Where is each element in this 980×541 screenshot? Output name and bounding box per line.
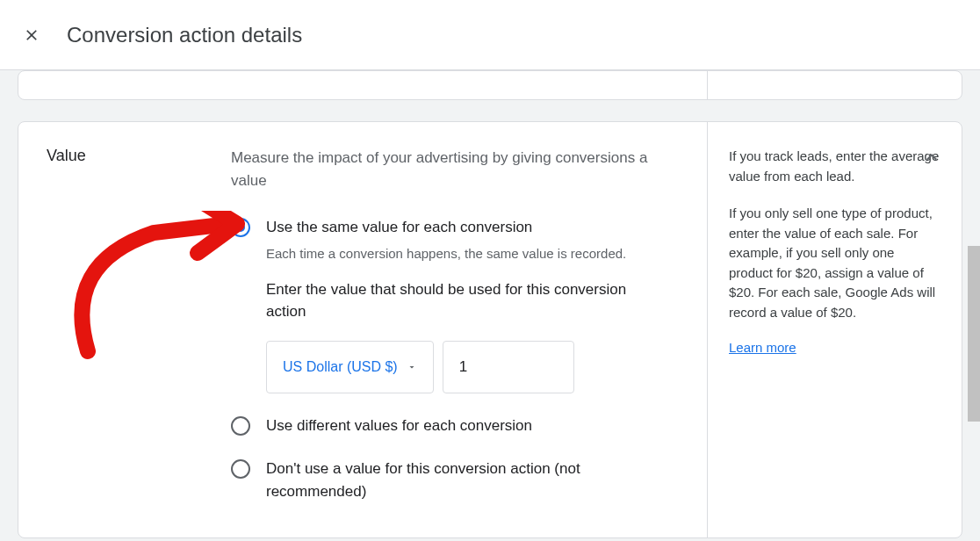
radio-sub-same: Each time a conversion happens, the same… [266, 244, 670, 263]
currency-select[interactable]: US Dollar (USD $) [266, 341, 434, 393]
help-panel: If you track leads, enter the average va… [707, 122, 962, 537]
collapse-button[interactable] [921, 147, 942, 171]
radio-input-none[interactable] [231, 459, 250, 479]
value-instruction: Enter the value that should be used for … [266, 278, 670, 323]
learn-more-link[interactable]: Learn more [729, 340, 796, 355]
radio-option-no-value[interactable]: Don't use a value for this conversion ac… [231, 458, 670, 502]
scrollbar-thumb[interactable] [968, 246, 980, 422]
page-title: Conversion action details [67, 23, 302, 47]
section-label: Value [47, 147, 231, 502]
radio-input-same[interactable] [231, 218, 250, 237]
radio-label-same: Use the same value for each conversion [266, 216, 670, 239]
previous-card-stub [18, 70, 962, 100]
value-card: Value Measure the impact of your adverti… [18, 121, 962, 538]
radio-input-different[interactable] [231, 416, 250, 436]
radio-label-different: Use different values for each conversion [266, 415, 670, 437]
section-description: Measure the impact of your advertising b… [231, 147, 670, 191]
chevron-down-icon [407, 362, 417, 372]
help-text-leads: If you track leads, enter the average va… [729, 147, 940, 186]
radio-option-different-values[interactable]: Use different values for each conversion [231, 415, 670, 437]
close-button[interactable] [21, 25, 42, 46]
radio-label-none: Don't use a value for this conversion ac… [266, 458, 670, 502]
conversion-value-input[interactable] [443, 341, 574, 393]
help-text-products: If you only sell one type of product, en… [729, 204, 940, 322]
scrollbar[interactable] [968, 70, 980, 541]
radio-option-same-value[interactable]: Use the same value for each conversion E… [231, 216, 670, 393]
currency-label: US Dollar (USD $) [283, 359, 398, 375]
page-header: Conversion action details [0, 0, 980, 70]
chevron-up-icon [921, 147, 942, 168]
close-icon [23, 26, 40, 44]
